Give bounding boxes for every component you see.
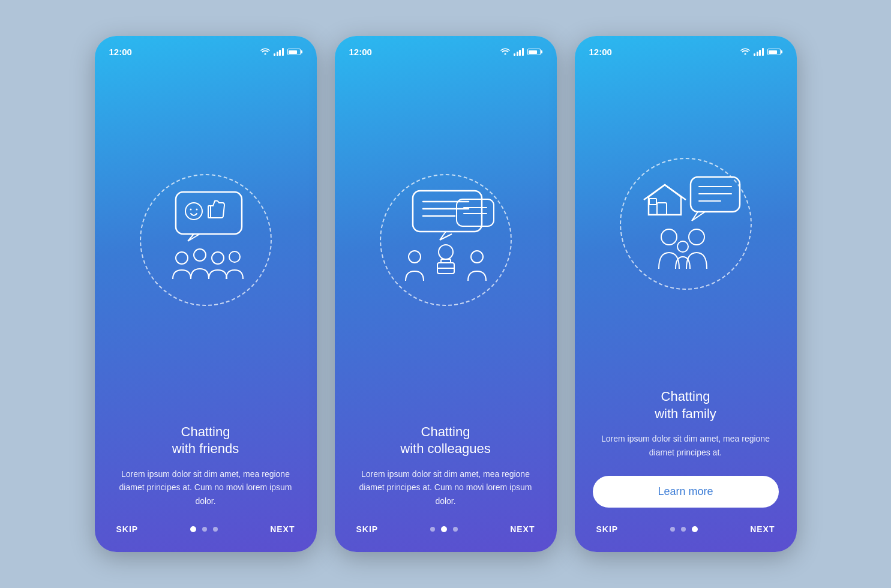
bottom-nav-2: SKIP NEXT [335,508,557,552]
content-area-2: Chatting with colleagues Lorem ipsum dol… [335,412,557,508]
bottom-nav-1: SKIP NEXT [95,508,317,552]
svg-point-4 [196,209,197,211]
svg-point-6 [194,249,206,261]
battery-icon-3 [767,49,782,55]
svg-point-5 [176,252,188,264]
dot-1-1 [190,526,196,532]
illustration-area-1 [128,63,284,412]
learn-more-button[interactable]: Learn more [593,476,779,508]
next-button-1[interactable]: NEXT [270,524,295,534]
status-bar-2: 12:00 [335,36,557,63]
card-body-1: Lorem ipsum dolor sit dim amet, mea regi… [113,467,299,508]
dashed-circle-2 [380,174,512,306]
dot-1-2 [202,527,207,532]
illustration-area-3 [608,63,764,379]
dot-2-2 [441,526,447,532]
card-body-2: Lorem ipsum dolor sit dim amet, mea regi… [353,467,539,508]
svg-rect-22 [649,199,656,205]
svg-rect-9 [413,191,482,232]
dot-1-3 [213,527,218,532]
svg-point-20 [471,251,483,263]
svg-point-8 [229,251,240,262]
svg-point-29 [677,241,688,252]
skip-button-3[interactable]: SKIP [596,524,619,534]
card-title-3: Chatting with family [593,388,779,422]
phone-card-colleagues: 12:00 [335,36,557,552]
dot-3-3 [692,526,698,532]
signal-icon-3 [754,48,764,56]
colleagues-illustration [386,180,506,300]
friends-illustration [146,180,266,300]
signal-icon-1 [274,48,284,56]
skip-button-1[interactable]: SKIP [116,524,139,534]
next-button-2[interactable]: NEXT [510,524,535,534]
status-bar-3: 12:00 [575,36,797,63]
svg-point-16 [439,245,453,259]
phone-card-family: 12:00 [575,36,797,552]
card-body-3: Lorem ipsum dolor sit dim amet, mea regi… [593,432,779,459]
svg-point-2 [185,203,202,220]
status-time-1: 12:00 [109,47,132,57]
svg-point-7 [212,252,224,264]
svg-rect-13 [457,199,494,226]
family-illustration [626,164,746,284]
status-icons-1 [260,47,302,56]
dot-3-1 [670,527,675,532]
dashed-circle-1 [140,174,272,306]
wifi-icon-3 [740,47,750,56]
battery-icon-2 [527,49,542,55]
bottom-nav-3: SKIP NEXT [575,508,797,552]
status-icons-3 [740,47,782,56]
phone-card-friends: 12:00 [95,36,317,552]
status-icons-2 [500,47,542,56]
svg-rect-21 [657,203,667,215]
svg-point-19 [409,251,421,263]
status-time-3: 12:00 [589,47,612,57]
status-bar-1: 12:00 [95,36,317,63]
svg-point-27 [661,229,677,245]
svg-point-3 [190,209,191,211]
dashed-circle-3 [620,158,752,290]
wifi-icon-2 [500,47,510,56]
svg-rect-1 [208,206,211,218]
card-title-2: Chatting with colleagues [353,424,539,458]
dot-2-3 [453,527,458,532]
dots-2 [430,526,458,532]
dot-2-1 [430,527,435,532]
battery-icon-1 [287,49,302,55]
svg-point-28 [689,229,704,245]
wifi-icon-1 [260,47,270,56]
content-area-1: Chatting with friends Lorem ipsum dolor … [95,412,317,508]
next-button-3[interactable]: NEXT [750,524,775,534]
skip-button-2[interactable]: SKIP [356,524,379,534]
card-title-1: Chatting with friends [113,424,299,458]
signal-icon-2 [514,48,524,56]
dots-1 [190,526,218,532]
illustration-area-2 [368,63,524,412]
content-area-3: Chatting with family Lorem ipsum dolor s… [575,379,797,508]
status-time-2: 12:00 [349,47,372,57]
dots-3 [670,526,698,532]
dot-3-2 [681,527,686,532]
